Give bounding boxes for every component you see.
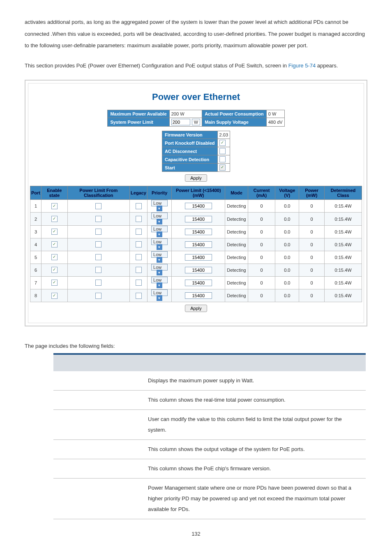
ac-disconnect-label: AC Disconnect xyxy=(162,147,217,155)
enable-checkbox[interactable] xyxy=(51,293,58,299)
cell-current: 0 xyxy=(248,289,275,302)
ac-disconnect-checkbox[interactable] xyxy=(219,148,226,154)
priority-cell[interactable]: Low▾ xyxy=(147,200,171,213)
col-enable: Enable state xyxy=(42,186,68,200)
plimit-cell[interactable] xyxy=(172,213,225,225)
priority-cell[interactable]: Low▾ xyxy=(147,213,171,225)
table-row: 4Low▾Detecting00.000:15.4W xyxy=(30,238,362,251)
power-limit-input[interactable] xyxy=(185,292,212,299)
plfc-checkbox[interactable] xyxy=(95,241,101,247)
chevron-down-icon[interactable]: ▾ xyxy=(157,282,162,288)
cell-mode: Detecting xyxy=(225,264,248,276)
power-limit-input[interactable] xyxy=(185,280,212,286)
enable-checkbox[interactable] xyxy=(51,241,58,247)
apply-button-top[interactable]: Apply xyxy=(185,174,207,182)
field-key xyxy=(53,440,144,459)
plfc-checkbox[interactable] xyxy=(95,280,101,286)
legacy-checkbox[interactable] xyxy=(136,267,142,273)
power-limit-input[interactable] xyxy=(185,267,212,273)
chevron-down-icon[interactable]: ▾ xyxy=(157,244,162,250)
cell-mode: Detecting xyxy=(225,289,248,302)
legacy-checkbox[interactable] xyxy=(136,254,142,260)
cell-determined: 0:15.4W xyxy=(325,213,362,225)
port-knockoff-label: Port Knockoff Disabled xyxy=(162,139,217,147)
start-checkbox xyxy=(219,164,226,171)
field-row: This column shows the PoE chip's firmwar… xyxy=(53,459,366,479)
enable-checkbox[interactable] xyxy=(51,203,58,209)
plfc-checkbox[interactable] xyxy=(95,229,101,235)
col-power: Power (mW) xyxy=(299,186,325,200)
firmware-version-label: Firmware Version xyxy=(162,131,217,139)
power-limit-input[interactable] xyxy=(185,241,212,248)
col-port: Port xyxy=(30,186,42,200)
plfc-checkbox[interactable] xyxy=(95,293,101,299)
system-power-limit-cell: W xyxy=(169,118,202,127)
cell-current: 0 xyxy=(248,213,275,225)
capacitive-detection-label: Capacitive Detection xyxy=(162,155,217,164)
priority-cell[interactable]: Low▾ xyxy=(147,251,171,264)
legacy-checkbox[interactable] xyxy=(136,229,142,235)
col-plimit: Power Limit (<15400) (mW) xyxy=(172,186,225,200)
cell-current: 0 xyxy=(248,238,275,251)
field-row: This column shows the output voltage of … xyxy=(53,440,366,459)
chevron-down-icon[interactable]: ▾ xyxy=(157,257,162,263)
priority-cell[interactable]: Low▾ xyxy=(147,225,171,238)
enable-checkbox[interactable] xyxy=(51,254,58,260)
plimit-cell[interactable] xyxy=(172,225,225,238)
legacy-checkbox[interactable] xyxy=(136,293,142,299)
port-knockoff-checkbox[interactable] xyxy=(219,140,226,146)
chevron-down-icon[interactable]: ▾ xyxy=(157,231,162,237)
enable-checkbox[interactable] xyxy=(51,216,58,222)
cell-voltage: 0.0 xyxy=(275,264,299,276)
plfc-checkbox[interactable] xyxy=(95,216,101,222)
plimit-cell[interactable] xyxy=(172,251,225,264)
power-limit-input[interactable] xyxy=(185,203,212,209)
legacy-checkbox[interactable] xyxy=(136,203,142,209)
plimit-cell[interactable] xyxy=(172,276,225,289)
plimit-cell[interactable] xyxy=(172,200,225,213)
plimit-cell[interactable] xyxy=(172,264,225,276)
plfc-checkbox[interactable] xyxy=(95,254,101,260)
field-desc: Power Management state where one or more… xyxy=(144,479,366,519)
field-row: Displays the maximum power supply in Wat… xyxy=(53,371,366,391)
enable-checkbox[interactable] xyxy=(51,267,58,273)
figure-link[interactable]: Figure 5-74 xyxy=(288,62,316,69)
system-power-limit-input[interactable] xyxy=(171,119,190,125)
power-limit-input[interactable] xyxy=(185,254,212,261)
field-desc: This column shows the PoE chip's firmwar… xyxy=(144,459,366,479)
cell-mode: Detecting xyxy=(225,200,248,213)
plfc-checkbox[interactable] xyxy=(95,203,101,209)
cell-port: 7 xyxy=(30,276,42,289)
chevron-down-icon[interactable]: ▾ xyxy=(157,206,162,211)
cell-mode: Detecting xyxy=(225,238,248,251)
enable-checkbox[interactable] xyxy=(51,229,58,235)
legacy-checkbox[interactable] xyxy=(136,280,142,286)
capacitive-detection-checkbox[interactable] xyxy=(219,156,226,162)
priority-cell[interactable]: Low▾ xyxy=(147,276,171,289)
cell-power: 0 xyxy=(299,264,325,276)
apply-button-bottom[interactable]: Apply xyxy=(185,305,207,312)
power-limit-input[interactable] xyxy=(185,229,212,235)
plimit-cell[interactable] xyxy=(172,289,225,302)
summary-table: Maximum Power Available 200 W Actual Pow… xyxy=(107,110,284,127)
legacy-checkbox[interactable] xyxy=(136,216,142,222)
priority-cell[interactable]: Low▾ xyxy=(147,289,171,302)
plfc-checkbox[interactable] xyxy=(95,267,101,273)
enable-checkbox[interactable] xyxy=(51,280,58,286)
port-table: Port Enable state Power Limit From Class… xyxy=(30,186,362,302)
cell-port: 4 xyxy=(30,238,42,251)
plimit-cell[interactable] xyxy=(172,238,225,251)
chevron-down-icon[interactable]: ▾ xyxy=(157,219,162,224)
priority-cell[interactable]: Low▾ xyxy=(147,238,171,251)
cell-mode: Detecting xyxy=(225,213,248,225)
priority-cell[interactable]: Low▾ xyxy=(147,264,171,276)
status-table: Firmware Version2.03 Port Knockoff Disab… xyxy=(162,131,230,172)
field-key xyxy=(53,459,144,479)
chevron-down-icon[interactable]: ▾ xyxy=(157,270,162,275)
cell-voltage: 0.0 xyxy=(275,276,299,289)
figure-title: Power over Ethernet xyxy=(30,92,362,102)
legacy-checkbox[interactable] xyxy=(136,241,142,247)
intro-text-a: This section provides PoE (Power over Et… xyxy=(25,62,288,69)
power-limit-input[interactable] xyxy=(185,216,212,222)
chevron-down-icon[interactable]: ▾ xyxy=(157,295,162,301)
